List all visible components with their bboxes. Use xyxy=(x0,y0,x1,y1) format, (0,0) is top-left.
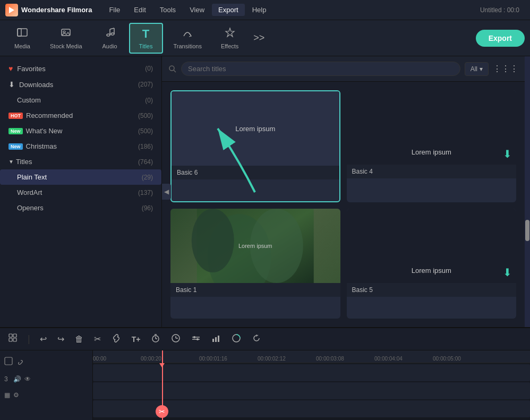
sidebar-item-titles[interactable]: ▼ Titles (764) xyxy=(0,154,161,169)
tl-cut-button[interactable]: ✂ xyxy=(92,333,103,345)
titles-grid: Lorem ipsum Basic 6 Lorem ipsum ⬇ Basic … xyxy=(162,82,525,327)
tl-bars-button[interactable] xyxy=(209,332,223,346)
titles-count: (764) xyxy=(138,158,153,166)
toolbar-audio[interactable]: Audio xyxy=(93,23,127,53)
track-controls-2: 3 🔊 👁 xyxy=(4,373,88,385)
svg-line-7 xyxy=(110,28,114,29)
openers-count: (96) xyxy=(142,204,153,212)
menu-view[interactable]: View xyxy=(183,4,211,16)
title-thumb-basic6: Lorem ipsum xyxy=(172,91,339,166)
sidebar-item-whats-new[interactable]: New What's New (500) xyxy=(0,123,161,139)
sidebar-item-custom[interactable]: Custom (0) xyxy=(0,92,161,108)
toolbar-effects[interactable]: Effects xyxy=(212,23,247,53)
basic5-download-button[interactable]: ⬇ xyxy=(503,266,512,279)
sidebar-item-plain-text[interactable]: Plain Text (29) xyxy=(0,169,161,185)
tl-rotate-button[interactable] xyxy=(250,332,263,346)
tl-eq-button[interactable] xyxy=(189,332,203,346)
app-logo-icon xyxy=(5,4,18,16)
search-icon xyxy=(168,65,177,73)
svg-rect-1 xyxy=(18,29,27,36)
timeline: | ↩ ↪ 🗑 ✂ T+ xyxy=(0,327,530,420)
audio-icon xyxy=(104,27,116,41)
app-name: Wondershare Filmora xyxy=(21,6,92,14)
tl-redo-button[interactable]: ↪ xyxy=(55,333,66,345)
svg-line-12 xyxy=(174,70,176,72)
title-card-basic6[interactable]: Lorem ipsum Basic 6 xyxy=(170,90,340,202)
right-scrollbar[interactable] xyxy=(525,56,530,327)
export-button[interactable]: Export xyxy=(476,30,525,47)
downloads-count: (207) xyxy=(138,81,153,88)
effects-label: Effects xyxy=(221,43,238,49)
track-label-2: ▦ xyxy=(4,391,10,399)
toolbar-titles[interactable]: T Titles xyxy=(129,23,163,54)
track-controls-3: ▦ ⚙ xyxy=(4,389,88,401)
link-track-button[interactable] xyxy=(16,357,24,367)
basic5-text: Lorem ipsum xyxy=(412,267,451,275)
sidebar-item-christmas[interactable]: New Christmas (186) xyxy=(0,139,161,154)
sidebar-item-openers[interactable]: Openers (96) xyxy=(0,200,161,216)
titles-expand-icon: ▼ xyxy=(8,159,14,165)
timeline-content: 3 🔊 👁 ▦ ⚙ 00:00 00:00:20 00:00:01:16 00:… xyxy=(0,350,530,420)
titles-sidebar-label: Titles xyxy=(16,158,138,166)
grid-view-button[interactable]: ⋮⋮⋮ xyxy=(493,64,518,74)
tl-grid-button[interactable] xyxy=(6,332,20,346)
track-settings-icon[interactable]: ⚙ xyxy=(13,391,19,399)
christmas-label: Christmas xyxy=(26,142,138,150)
tl-link-button[interactable] xyxy=(109,332,123,346)
menu-edit[interactable]: Edit xyxy=(127,4,152,16)
toolbar-transitions[interactable]: Transitions xyxy=(165,23,210,53)
track-audio-icon[interactable]: 🔊 xyxy=(13,375,21,383)
tl-undo-button[interactable]: ↩ xyxy=(38,333,49,345)
menu-export[interactable]: Export xyxy=(212,4,245,16)
track-eye-icon[interactable]: 👁 xyxy=(24,375,31,383)
new-badge: New xyxy=(8,128,23,134)
stock-label: Stock Media xyxy=(50,43,82,49)
basic4-download-button[interactable]: ⬇ xyxy=(503,148,512,160)
tl-circle-button[interactable] xyxy=(229,332,243,346)
add-track-button[interactable] xyxy=(4,357,13,367)
svg-rect-19 xyxy=(13,334,16,337)
tl-text-button[interactable]: T+ xyxy=(130,334,143,345)
title-card-basic4[interactable]: Lorem ipsum ⬇ Basic 4 xyxy=(347,90,517,202)
title-card-basic1[interactable]: Lorem ipsum Basic 1 xyxy=(170,209,340,319)
search-filter-dropdown[interactable]: All ▾ xyxy=(465,62,489,76)
sidebar-item-downloads[interactable]: ⬇ Downloads (207) xyxy=(0,76,161,92)
tl-timer-button[interactable] xyxy=(149,332,163,346)
sidebar-item-favorites[interactable]: ♥ Favorites (0) xyxy=(0,61,161,76)
app-logo: Wondershare Filmora xyxy=(5,4,92,16)
svg-point-31 xyxy=(193,336,195,338)
tl-clock-button[interactable] xyxy=(169,332,183,346)
menu-bar: Wondershare Filmora File Edit Tools View… xyxy=(0,0,530,20)
menu-file[interactable]: File xyxy=(102,4,126,16)
search-input[interactable] xyxy=(181,62,460,76)
media-icon xyxy=(16,27,28,41)
window-title: Untitled : 00:0 xyxy=(480,6,525,14)
svg-rect-2 xyxy=(18,29,21,36)
menu-help[interactable]: Help xyxy=(246,4,273,16)
time-404: 00:00:04:04 xyxy=(374,356,403,362)
toolbar-more-button[interactable]: >> xyxy=(249,29,269,47)
svg-point-5 xyxy=(107,34,110,36)
svg-point-9 xyxy=(111,33,114,35)
collapse-sidebar-button[interactable]: ◀ xyxy=(162,184,171,200)
downloads-label: Downloads xyxy=(19,81,138,89)
basic5-label: Basic 5 xyxy=(347,283,517,297)
svg-rect-35 xyxy=(218,336,219,342)
scroll-thumb xyxy=(525,220,529,241)
sidebar-item-recommended[interactable]: HOT Recommended (500) xyxy=(0,108,161,123)
toolbar-media[interactable]: Media xyxy=(5,23,39,53)
title-card-basic5[interactable]: Lorem ipsum ⬇ Basic 5 xyxy=(347,209,517,319)
svg-point-16 xyxy=(192,209,234,272)
whats-new-label: What's New xyxy=(26,127,138,135)
search-bar: All ▾ ⋮⋮⋮ xyxy=(162,56,525,82)
svg-rect-21 xyxy=(13,338,16,341)
sidebar-item-wordart[interactable]: WordArt (137) xyxy=(0,185,161,200)
tl-delete-button[interactable]: 🗑 xyxy=(73,333,86,345)
menu-tools[interactable]: Tools xyxy=(153,4,182,16)
playhead-circle[interactable]: ✂ xyxy=(156,405,168,418)
content-area: All ▾ ⋮⋮⋮ Lorem ipsum Basic 6 Lorem ipsu… xyxy=(162,56,525,327)
toolbar-stock[interactable]: Stock Media xyxy=(41,23,91,53)
basic4-label: Basic 4 xyxy=(347,165,517,178)
basic6-label: Basic 6 xyxy=(172,166,339,179)
time-308: 00:00:03:08 xyxy=(316,356,344,362)
